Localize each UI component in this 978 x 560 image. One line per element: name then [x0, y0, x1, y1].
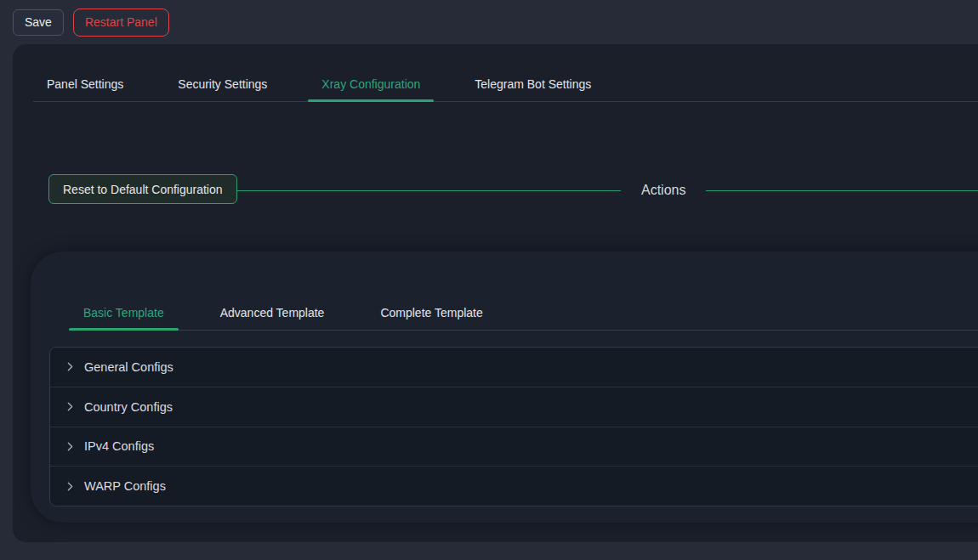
tab-advanced-template[interactable]: Advanced Template: [206, 296, 339, 330]
settings-tab-bar: Panel Settings Security Settings Xray Co…: [33, 67, 978, 102]
tab-telegram-bot-settings[interactable]: Telegram Bot Settings: [461, 67, 605, 101]
divider-line: [706, 190, 978, 191]
templates-card: Basic Template Advanced Template Complet…: [31, 252, 978, 523]
save-button[interactable]: Save: [13, 9, 64, 36]
chevron-right-icon: [65, 401, 76, 412]
chevron-right-icon: [65, 441, 76, 452]
tab-basic-template[interactable]: Basic Template: [69, 296, 179, 330]
collapse-item-label: WARP Configs: [84, 479, 166, 493]
collapse-item-label: Country Configs: [84, 400, 173, 414]
topbar: Save Restart Panel: [0, 0, 978, 44]
collapse-item-country-configs[interactable]: Country Configs: [50, 387, 978, 427]
collapse-item-ipv4-configs[interactable]: IPv4 Configs: [50, 427, 978, 467]
template-tab-bar: Basic Template Advanced Template Complet…: [69, 296, 978, 331]
collapse-item-label: General Configs: [84, 360, 173, 374]
actions-section-title: Actions: [621, 183, 706, 198]
tab-complete-template[interactable]: Complete Template: [366, 296, 497, 330]
settings-card: Panel Settings Security Settings Xray Co…: [13, 44, 978, 542]
tab-security-settings[interactable]: Security Settings: [164, 67, 281, 101]
reset-default-config-button[interactable]: Reset to Default Configuration: [48, 174, 237, 204]
collapse-item-warp-configs[interactable]: WARP Configs: [50, 467, 978, 506]
tab-panel-settings[interactable]: Panel Settings: [33, 67, 137, 101]
restart-panel-button[interactable]: Restart Panel: [73, 8, 169, 37]
tab-xray-configuration[interactable]: Xray Configuration: [308, 67, 434, 101]
chevron-right-icon: [65, 361, 76, 372]
config-collapse-list: General Configs Country Configs IPv4 Con…: [49, 347, 978, 506]
chevron-right-icon: [65, 481, 76, 492]
collapse-item-label: IPv4 Configs: [84, 439, 154, 453]
collapse-item-general-configs[interactable]: General Configs: [50, 348, 978, 387]
